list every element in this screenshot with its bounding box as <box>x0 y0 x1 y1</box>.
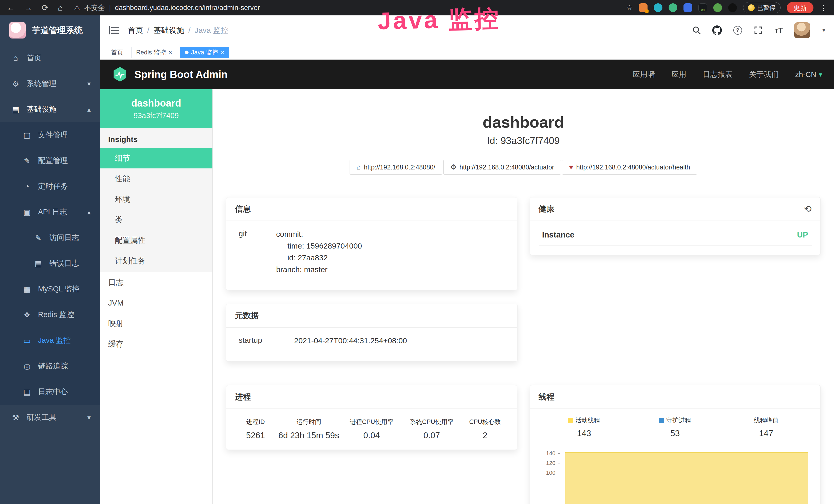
cpu-cores: 2 <box>463 431 507 440</box>
chevron-up-icon: ▴ <box>87 208 91 216</box>
link-url: http://192.168.0.2:48080/actuator <box>460 164 554 171</box>
java-monitor-icon: ▭ <box>23 336 31 345</box>
github-icon[interactable] <box>712 25 722 36</box>
sidebar-item-label: 基础设施 <box>27 104 57 115</box>
sba-menu-mappings[interactable]: 映射 <box>100 313 213 334</box>
avatar-caret-icon[interactable]: ▾ <box>822 27 825 33</box>
sidebar-item-dev-tools[interactable]: ⚒ 研发工具 ▾ <box>0 405 100 430</box>
axis-tick: 100 <box>539 468 560 478</box>
extension-icon-4[interactable] <box>683 3 692 12</box>
instance-actuator-link[interactable]: ⚙ http://192.168.0.2:48080/actuator <box>443 160 561 175</box>
sidebar-item-label: 配置管理 <box>38 156 68 166</box>
app-logo-row[interactable]: 芋道管理系统 <box>0 16 100 45</box>
chrome-update-button[interactable]: 更新 <box>787 2 813 13</box>
browser-menu-icon[interactable]: ⋮ <box>820 3 827 12</box>
sidebar-item-config-mgmt[interactable]: ✎ 配置管理 <box>0 148 100 174</box>
home-icon[interactable]: ⌂ <box>58 4 63 12</box>
paused-label: 已暂停 <box>757 4 776 12</box>
sidebar-item-file-mgmt[interactable]: ▢ 文件管理 <box>0 122 100 148</box>
sba-navbar: Spring Boot Admin 应用墙 应用 日志报表 关于我们 zh-CN… <box>100 60 834 89</box>
vue-devtools-icon[interactable] <box>668 3 677 12</box>
extension-icon-7[interactable] <box>728 3 737 12</box>
collapse-sidebar-icon[interactable] <box>109 26 119 35</box>
user-avatar[interactable] <box>794 22 810 38</box>
sidebar-item-error-logs[interactable]: ▤ 错误日志 <box>0 251 100 276</box>
profile-paused-badge[interactable]: 已暂停 <box>743 2 781 13</box>
active-threads-swatch <box>568 418 573 423</box>
help-icon[interactable]: ? <box>732 25 743 36</box>
legend-label: 守护进程 <box>666 416 691 425</box>
extension-icon-1[interactable] <box>639 3 648 12</box>
sidebar-item-home[interactable]: ⌂ 首页 <box>0 45 100 71</box>
security-warning-icon: ⚠ <box>74 4 80 12</box>
sidebar-item-scheduled-jobs[interactable]: ◔ 定时任务 <box>0 174 100 199</box>
close-icon[interactable]: × <box>169 49 172 55</box>
sba-brand-title[interactable]: Spring Boot Admin <box>134 69 227 81</box>
sidebar-item-mysql-monitor[interactable]: ▦ MySQL 监控 <box>0 276 100 302</box>
sba-menu-classes[interactable]: 类 <box>100 209 213 230</box>
process-col-header: 系统CPU使用率 <box>403 418 460 426</box>
back-icon[interactable]: ← <box>7 4 15 12</box>
sidebar-item-label: Redis 监控 <box>38 310 74 320</box>
sba-menu-metrics[interactable]: 性能 <box>100 168 213 189</box>
breadcrumb-home[interactable]: 首页 <box>128 25 143 36</box>
tab-home[interactable]: 首页 <box>106 47 128 58</box>
address-bar[interactable]: ⚠ 不安全 | dashboard.yudao.iocoder.cn/infra… <box>74 3 626 12</box>
sidebar-item-system-mgmt[interactable]: ⚙ 系统管理 ▾ <box>0 71 100 96</box>
sidebar-item-infrastructure[interactable]: ▤ 基础设施 ▴ <box>0 96 100 122</box>
sidebar-item-log-center[interactable]: ▤ 日志中心 <box>0 379 100 405</box>
health-instance-row[interactable]: Instance UP <box>539 228 812 246</box>
search-icon[interactable] <box>692 25 702 36</box>
sba-menu-scheduledtasks[interactable]: 计划任务 <box>100 251 213 271</box>
sba-nav-applications[interactable]: 应用 <box>672 69 686 79</box>
axis-tick: 140 <box>539 449 560 458</box>
forward-icon[interactable]: → <box>24 4 32 12</box>
fullscreen-icon[interactable] <box>753 25 763 36</box>
sba-menu-environment[interactable]: 环境 <box>100 189 213 209</box>
bookmark-star-icon[interactable]: ☆ <box>626 4 633 11</box>
sba-language-select[interactable]: zh-CN ▾ <box>795 70 822 79</box>
extension-icon-6[interactable] <box>713 3 722 12</box>
sba-nav-wallboard[interactable]: 应用墙 <box>633 69 655 79</box>
sidebar-item-api-logs[interactable]: ▣ API 日志 ▴ <box>0 199 100 225</box>
sidebar-item-redis-monitor[interactable]: ❖ Redis 监控 <box>0 302 100 328</box>
tab-redis-monitor[interactable]: Redis 监控 × <box>131 47 177 58</box>
sba-menu-caches[interactable]: 缓存 <box>100 334 213 354</box>
history-icon[interactable]: ⟲ <box>804 204 812 214</box>
doc-icon: ▤ <box>34 259 43 268</box>
sidebar-item-access-logs[interactable]: ✎ 访问日志 <box>0 225 100 251</box>
sidebar-item-java-monitor[interactable]: ▭ Java 监控 <box>0 328 100 353</box>
font-size-icon[interactable]: тT <box>774 25 784 36</box>
extension-icon-2[interactable] <box>654 3 662 12</box>
close-icon[interactable]: × <box>221 49 224 55</box>
sba-menu-details[interactable]: 细节 <box>100 148 213 168</box>
sidebar-item-tracing[interactable]: ◎ 链路追踪 <box>0 353 100 379</box>
browser-nav-buttons: ← → ⟳ ⌂ <box>7 4 63 12</box>
proxy-switch-icon[interactable] <box>698 3 707 12</box>
sba-menu-jvm[interactable]: JVM <box>100 293 213 313</box>
infrastructure-icon: ▤ <box>11 105 20 114</box>
git-commit-line: commit: <box>276 228 508 240</box>
breadcrumb-infra[interactable]: 基础设施 <box>153 25 184 36</box>
sba-nav-journal[interactable]: 日志报表 <box>703 69 732 79</box>
instance-health-link[interactable]: ♥ http://192.168.0.2:48080/actuator/heal… <box>562 160 697 175</box>
status-badge: UP <box>797 230 808 239</box>
sba-main-content: dashboard Id: 93a3fc7f7409 ⌂ http://192.… <box>213 89 834 504</box>
sba-nav-about[interactable]: 关于我们 <box>749 69 779 79</box>
process-pid: 5261 <box>237 431 275 440</box>
sba-menu-logs[interactable]: 日志 <box>100 272 213 293</box>
daemon-threads-value: 53 <box>630 429 721 438</box>
sba-menu-configprops[interactable]: 配置属性 <box>100 230 213 251</box>
instance-home-link[interactable]: ⌂ http://192.168.0.2:48080/ <box>350 160 442 175</box>
database-icon: ▦ <box>23 285 31 294</box>
link-url: http://192.168.0.2:48080/ <box>364 164 435 171</box>
sba-instance-header[interactable]: dashboard 93a3fc7f7409 <box>100 89 213 129</box>
sidebar-item-label: Java 监控 <box>38 335 71 346</box>
chevron-down-icon: ▾ <box>87 80 91 88</box>
instance-id-line: Id: 93a3fc7f7409 <box>213 135 834 146</box>
gear-icon: ⚙ <box>11 79 20 88</box>
reload-icon[interactable]: ⟳ <box>42 4 48 12</box>
page-url[interactable]: dashboard.yudao.iocoder.cn/infra/admin-s… <box>115 4 260 12</box>
tab-java-monitor[interactable]: Java 监控 × <box>180 47 229 58</box>
sidebar-item-label: 文件管理 <box>38 130 68 140</box>
